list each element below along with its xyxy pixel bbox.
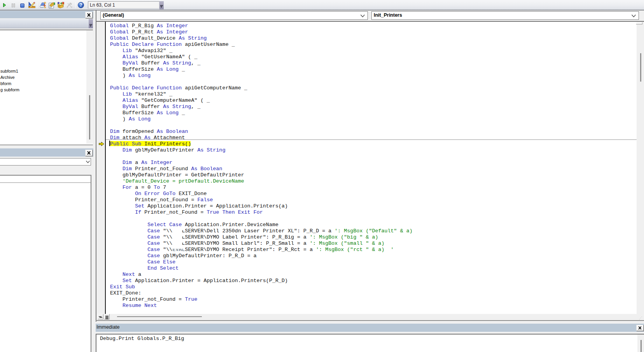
svg-text:?: ? — [79, 2, 82, 8]
